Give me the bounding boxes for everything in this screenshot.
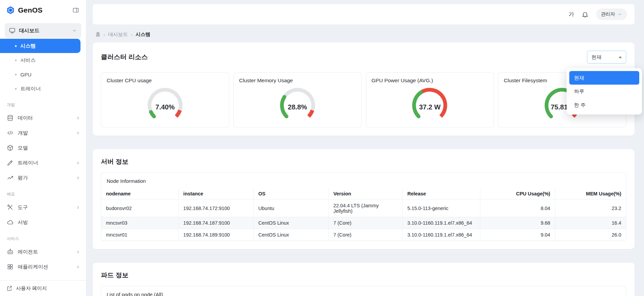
sidebar-item-tools[interactable]: 도구: [0, 200, 86, 215]
admin-menu-button[interactable]: 관리자: [596, 8, 627, 20]
bullet-dot-icon: [15, 88, 17, 90]
pencil-icon: [7, 159, 14, 166]
chevron-right-icon: [75, 116, 80, 121]
chevron-right-icon: [75, 264, 80, 269]
sidebar-item-user-page[interactable]: 사용자 페이지: [0, 280, 86, 296]
sidebar-item-label: 트레이너: [18, 160, 71, 166]
sidebar-item-data[interactable]: 데이터: [0, 110, 86, 125]
sidebar-item-trainer-dash[interactable]: 트레이너: [0, 82, 86, 96]
database-icon: [7, 115, 14, 121]
memory-gauge-chart: 28.8%: [272, 85, 323, 124]
breadcrumb-separator: ›: [131, 32, 132, 37]
bullet-dot-icon: [15, 59, 17, 61]
cell-mem-usage: 23.2: [555, 200, 626, 217]
sidebar-section-deploy: 배포: [0, 185, 86, 200]
app-logo[interactable]: GenOS: [6, 6, 42, 15]
pod-info-card: 파드 정보 List of pods on node (All): [93, 263, 634, 296]
period-option-current[interactable]: 현재: [569, 71, 639, 85]
col-mem-usage: MEM Usage(%): [555, 188, 626, 200]
pod-info-title: 파드 정보: [101, 271, 626, 280]
col-version: Version: [328, 188, 402, 200]
col-release: Release: [402, 188, 480, 200]
cell-mem-usage: 16.4: [555, 217, 626, 229]
sidebar-item-evaluation[interactable]: 평가: [0, 170, 86, 185]
sidebar-item-label: 개발: [18, 130, 71, 136]
gauge-card-memory: Cluster Memory Usage 28.8%: [233, 72, 362, 127]
sidebar-item-trainer[interactable]: 트레이너: [0, 155, 86, 170]
period-option-day[interactable]: 하루: [569, 85, 639, 98]
cluster-resources-title: 클러스터 리소스: [101, 53, 148, 62]
admin-label: 관리자: [601, 11, 615, 17]
node-information-box: Node Information nodename instance OS Ve…: [101, 172, 626, 241]
sidebar-item-serving[interactable]: 서빙: [0, 215, 86, 230]
cell-release: 3.10.0-1160.119.1.el7.x86_64: [402, 217, 480, 229]
cell-nodename: mncsvr03: [101, 217, 178, 229]
col-os: OS: [253, 188, 328, 200]
sidebar: GenOS 대시보드 시스템 서비스 GPU 트레이너 개발: [0, 0, 86, 296]
sidebar-item-agent[interactable]: 에이전트: [0, 244, 86, 259]
cell-nodename: mncsvr01: [101, 229, 178, 241]
cell-cpu-usage: 9.68: [480, 217, 555, 229]
sidebar-item-label: 도구: [18, 204, 71, 211]
cell-os: Ubuntu: [253, 200, 328, 217]
notification-bell-icon[interactable]: [582, 11, 589, 18]
server-info-card: 서버 정보 Node Information nodename instance…: [93, 149, 634, 249]
server-info-title: 서버 정보: [101, 157, 626, 166]
chevron-down-icon: [72, 28, 77, 33]
cell-version: 7 (Core): [328, 229, 402, 241]
cell-instance: 192.168.74.189:9100: [178, 229, 253, 241]
gauge-title: Cluster Memory Usage: [239, 77, 356, 84]
genos-logo-icon: [6, 6, 15, 15]
main-area: 가 관리자 홈 › 대시보드 › 시스템 클러스터 리소스 현재: [87, 0, 644, 296]
sidebar-item-label: 서비스: [20, 57, 36, 64]
sidebar-collapse-icon[interactable]: [72, 7, 79, 14]
bot-icon: [7, 248, 14, 255]
monitor-icon: [9, 27, 16, 34]
sidebar-section-service: 서비스: [0, 230, 86, 244]
cell-nodename: budonsvr02: [101, 200, 178, 217]
sidebar-item-application[interactable]: 애플리케이션: [0, 259, 86, 274]
node-information-table: nodename instance OS Version Release CPU…: [101, 188, 626, 241]
col-cpu-usage: CPU Usage(%): [480, 188, 555, 200]
breadcrumb-dashboard[interactable]: 대시보드: [108, 31, 128, 38]
sidebar-item-gpu[interactable]: GPU: [0, 67, 86, 82]
cluster-resources-card: 클러스터 리소스 현재 현재 하루 한 주 Cluster CPU usage …: [93, 42, 634, 136]
code-icon: [7, 129, 14, 136]
sidebar-item-model[interactable]: 모델: [0, 140, 86, 155]
gauge-card-cpu: Cluster CPU usage 7.40%: [101, 72, 229, 127]
sidebar-item-dashboard[interactable]: 대시보드: [5, 23, 81, 38]
sidebar-item-develop[interactable]: 개발: [0, 125, 86, 140]
pod-list-label: List of pods on node (All): [101, 291, 626, 296]
cell-cpu-usage: 9.04: [480, 229, 555, 241]
font-size-button[interactable]: 가: [569, 11, 574, 18]
breadcrumb-home[interactable]: 홈: [95, 31, 101, 38]
col-nodename: nodename: [101, 188, 178, 200]
period-select[interactable]: 현재: [587, 51, 626, 64]
chevron-right-icon: [75, 205, 80, 210]
cell-os: CentOS Linux: [253, 229, 328, 241]
bullet-dot-icon: [15, 45, 17, 47]
chevron-right-icon: [75, 175, 80, 180]
gauge-value: 7.40%: [140, 103, 191, 111]
cpu-gauge-chart: 7.40%: [140, 85, 191, 124]
period-option-week[interactable]: 한 주: [569, 98, 639, 112]
node-information-label: Node Information: [101, 177, 626, 188]
app-grid-icon: [7, 263, 14, 270]
tools-icon: [7, 204, 14, 211]
chevron-down-icon: [618, 12, 622, 17]
table-header-row: nodename instance OS Version Release CPU…: [101, 188, 626, 200]
sidebar-item-service[interactable]: 서비스: [0, 53, 86, 67]
sidebar-item-system[interactable]: 시스템: [0, 39, 80, 53]
col-instance: instance: [178, 188, 253, 200]
logo-row: GenOS: [0, 0, 86, 20]
cell-release: 5.15.0-113-generic: [402, 200, 480, 217]
cell-instance: 192.168.74.172:9100: [178, 200, 253, 217]
breadcrumb-current: 시스템: [136, 31, 150, 38]
cloud-icon: [7, 219, 14, 226]
gauge-title: Cluster CPU usage: [107, 77, 223, 84]
trend-chart-icon: [7, 174, 14, 181]
breadcrumb: 홈 › 대시보드 › 시스템: [95, 31, 634, 38]
table-row: mncsvr01 192.168.74.189:9100 CentOS Linu…: [101, 229, 626, 241]
caret-up-icon: [619, 56, 622, 58]
bullet-dot-icon: [15, 74, 17, 75]
